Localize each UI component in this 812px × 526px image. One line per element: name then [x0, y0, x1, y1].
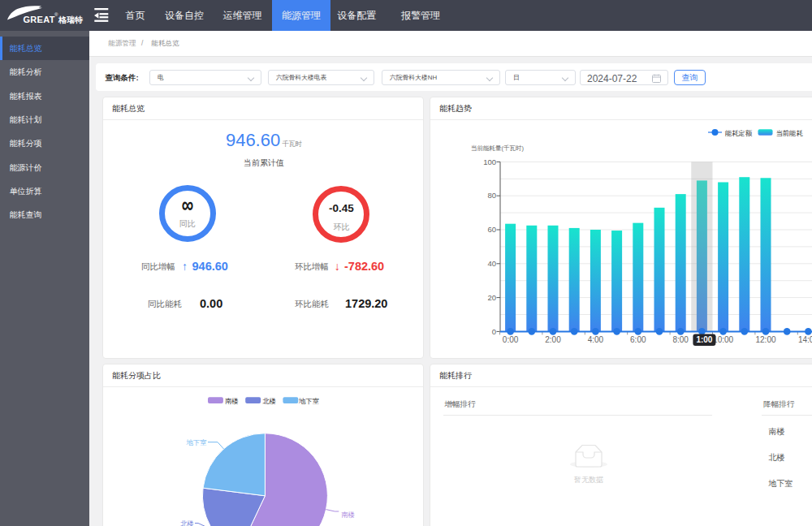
svg-text:地下室: 地下室 [186, 438, 207, 446]
svg-text:南楼: 南楼 [341, 511, 355, 519]
svg-text:当前能耗: 当前能耗 [776, 129, 804, 137]
svg-text:10:00: 10:00 [713, 335, 733, 344]
svg-text:0: 0 [492, 327, 496, 336]
svg-text:北楼: 北楼 [180, 520, 194, 526]
svg-text:4:00: 4:00 [588, 335, 604, 344]
svg-text:2:00: 2:00 [545, 335, 561, 344]
svg-text:60: 60 [487, 225, 496, 234]
svg-text:6:00: 6:00 [630, 335, 646, 344]
svg-text:80: 80 [487, 191, 496, 200]
svg-text:地下室: 地下室 [298, 397, 319, 405]
svg-text:1:00: 1:00 [696, 335, 712, 344]
svg-text:100: 100 [483, 157, 496, 166]
svg-text:12:00: 12:00 [755, 335, 775, 344]
svg-text:格瑞特: 格瑞特 [58, 15, 83, 24]
svg-text:0:00: 0:00 [503, 335, 519, 344]
svg-text:北楼: 北楼 [262, 397, 276, 405]
svg-text:8:00: 8:00 [672, 335, 689, 344]
svg-text:20: 20 [487, 293, 496, 302]
svg-text:GREAT: GREAT [24, 15, 55, 24]
svg-text:南楼: 南楼 [225, 397, 239, 405]
svg-text:当前能耗量(千瓦时): 当前能耗量(千瓦时) [471, 144, 524, 152]
svg-text:40: 40 [487, 259, 496, 268]
svg-text:14:00: 14:00 [798, 335, 812, 344]
svg-text:能耗定额: 能耗定额 [725, 129, 753, 137]
